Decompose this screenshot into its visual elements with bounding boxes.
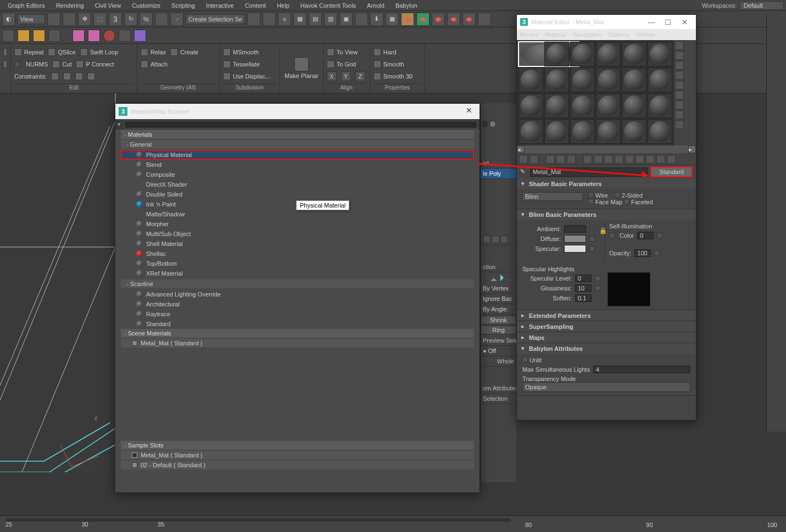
selection-set[interactable]: Create Selection Se bbox=[186, 14, 245, 24]
tool-icon[interactable] bbox=[567, 155, 576, 164]
menu-item[interactable]: Rendering bbox=[51, 1, 90, 10]
constraint-icon[interactable] bbox=[75, 72, 83, 80]
tool-icon[interactable] bbox=[47, 13, 60, 26]
tool-icon[interactable] bbox=[675, 110, 684, 119]
render-icon[interactable]: 🫖 bbox=[462, 13, 476, 26]
pconnect-button[interactable]: P Connect bbox=[76, 60, 114, 68]
material-slot[interactable] bbox=[622, 119, 646, 144]
sample-slot-item[interactable]: 02 - Default ( Standard ) bbox=[121, 461, 474, 469]
tool-icon[interactable] bbox=[103, 30, 115, 42]
tool-icon[interactable] bbox=[675, 100, 684, 109]
section-header[interactable]: Sample Slots bbox=[121, 441, 474, 450]
window-titlebar[interactable]: 3 Material Editor - Metal_Mat — ☐ ✕ bbox=[517, 15, 696, 29]
material-slot[interactable] bbox=[519, 68, 543, 92]
tool-icon[interactable] bbox=[478, 13, 491, 26]
menu-item[interactable]: Babylon bbox=[390, 1, 423, 10]
ribbon-group-title[interactable]: Geometry (All) bbox=[141, 83, 216, 91]
tool-icon[interactable] bbox=[48, 30, 60, 42]
material-item[interactable]: Shellac bbox=[121, 249, 474, 259]
sample-slot-item[interactable]: Metal_Mat ( Standard ) bbox=[121, 451, 474, 460]
material-slot[interactable] bbox=[596, 68, 621, 92]
panel-tab-icon[interactable] bbox=[482, 121, 488, 127]
tool-icon[interactable] bbox=[33, 30, 45, 42]
tool-icon[interactable]: ↻ bbox=[124, 13, 137, 26]
material-slot[interactable] bbox=[570, 68, 595, 92]
render-icon[interactable]: 🫖 bbox=[401, 13, 414, 26]
tool-icon[interactable] bbox=[18, 30, 30, 42]
material-slot[interactable] bbox=[596, 119, 621, 144]
togrid-button[interactable]: To Grid bbox=[327, 60, 356, 68]
selfillum-spinner[interactable]: 0 bbox=[637, 232, 654, 239]
panel-tab-icon[interactable] bbox=[489, 121, 496, 127]
tool-icon[interactable] bbox=[667, 155, 676, 164]
tool-icon[interactable] bbox=[625, 155, 634, 164]
scroll-right-icon[interactable]: ▸ bbox=[688, 145, 696, 153]
create-button[interactable]: Create bbox=[170, 48, 198, 56]
menu-item[interactable]: Interactive bbox=[200, 1, 239, 10]
cut-button[interactable]: Cut bbox=[52, 60, 71, 68]
constraint-icon[interactable] bbox=[87, 72, 95, 80]
tool-icon[interactable] bbox=[675, 81, 684, 89]
material-slot[interactable] bbox=[622, 93, 646, 118]
material-item[interactable]: Multi/Sub-Object bbox=[121, 229, 474, 239]
material-item[interactable]: Standard bbox=[121, 319, 474, 329]
displace-button[interactable]: Use Displac... bbox=[223, 72, 270, 80]
material-item[interactable]: Composite bbox=[121, 170, 474, 180]
ribbon-icon[interactable] bbox=[3, 48, 7, 56]
tool-icon[interactable] bbox=[615, 155, 623, 164]
map-button[interactable] bbox=[657, 233, 662, 238]
material-item[interactable]: Top/Bottom bbox=[121, 259, 474, 268]
map-button[interactable] bbox=[595, 276, 600, 281]
tool-icon[interactable]: ✥ bbox=[78, 13, 91, 26]
category-header[interactable]: General bbox=[121, 140, 474, 149]
material-slot[interactable] bbox=[596, 42, 621, 66]
constraint-icon[interactable] bbox=[63, 72, 71, 80]
tool-icon[interactable] bbox=[675, 61, 684, 70]
menu-item[interactable]: Scripting bbox=[166, 1, 200, 10]
rollout-header[interactable]: ▾Shader Basic Parameters bbox=[517, 178, 696, 189]
tool-icon[interactable] bbox=[675, 51, 684, 60]
option-label[interactable]: Ignore Bac bbox=[481, 294, 516, 304]
tool-icon[interactable]: ⬇ bbox=[370, 13, 383, 26]
material-slot[interactable] bbox=[544, 68, 569, 92]
material-item[interactable]: Advanced Lighting Override bbox=[121, 289, 474, 299]
diffuse-swatch[interactable] bbox=[564, 235, 586, 243]
tool-icon[interactable] bbox=[355, 13, 368, 26]
tool-icon[interactable] bbox=[636, 155, 644, 164]
workspace-selector[interactable]: Default bbox=[740, 1, 784, 10]
nurms-checkbox[interactable] bbox=[14, 61, 20, 67]
subobj-icon[interactable] bbox=[500, 275, 507, 281]
material-name-input[interactable] bbox=[530, 167, 648, 177]
material-slot[interactable] bbox=[544, 93, 569, 118]
shrink-button[interactable]: Shrink bbox=[481, 316, 516, 324]
material-item[interactable]: Architectural bbox=[121, 299, 474, 309]
tool-icon[interactable] bbox=[88, 30, 100, 42]
tool-icon[interactable] bbox=[519, 155, 528, 164]
relax-button[interactable]: Relax bbox=[141, 48, 166, 56]
search-input[interactable] bbox=[124, 121, 477, 128]
rollout-header[interactable]: ction bbox=[481, 262, 516, 272]
tool-icon[interactable] bbox=[675, 41, 684, 50]
tool-icon[interactable] bbox=[155, 13, 168, 26]
option-label[interactable]: By Angle: bbox=[481, 304, 516, 315]
menu-item[interactable]: Civil View bbox=[90, 1, 126, 10]
smooth30-button[interactable]: Smooth 30 bbox=[374, 72, 412, 80]
align-y-button[interactable]: Y bbox=[341, 71, 351, 81]
maxlights-spinner[interactable]: 4 bbox=[593, 366, 690, 373]
tool-icon[interactable] bbox=[529, 155, 538, 164]
wire-checkbox[interactable] bbox=[588, 192, 594, 198]
make-planar-button[interactable]: Make Planar bbox=[280, 44, 324, 93]
menu-item[interactable]: Utilities bbox=[636, 31, 655, 38]
tool-icon[interactable]: ▣ bbox=[339, 13, 353, 26]
material-item[interactable]: Matte/Shadow bbox=[121, 209, 474, 219]
panel-icon[interactable] bbox=[492, 236, 499, 243]
swiftloop-button[interactable]: Swift Loop bbox=[80, 48, 118, 56]
menu-item[interactable]: Graph Editors bbox=[2, 1, 51, 10]
option-label[interactable]: By Vertex bbox=[481, 283, 516, 294]
tool-icon[interactable]: ▥ bbox=[324, 13, 337, 26]
section-header[interactable]: Scene Materials bbox=[121, 329, 474, 338]
rollout-header[interactable]: ▸Maps bbox=[517, 332, 696, 343]
rollout-header[interactable]: ▸SuperSampling bbox=[517, 321, 696, 332]
option-label[interactable]: ● Off bbox=[481, 346, 516, 356]
material-slot[interactable] bbox=[544, 42, 569, 66]
